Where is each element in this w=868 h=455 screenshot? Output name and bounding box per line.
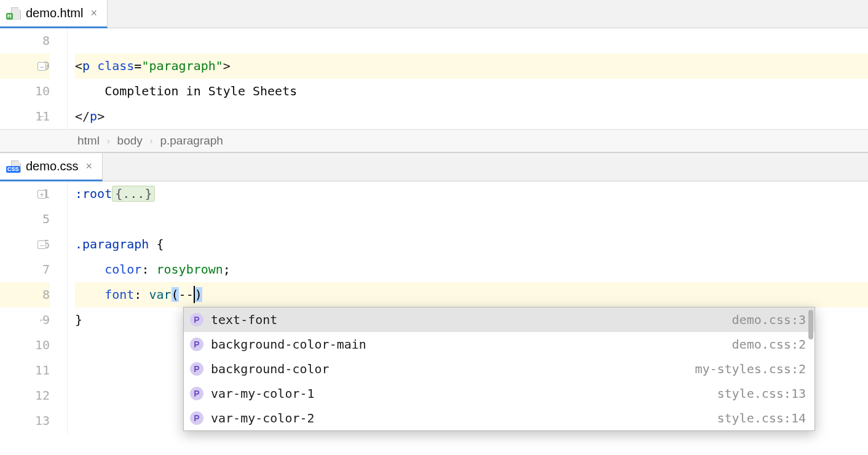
line-number[interactable]: 10 — [0, 333, 50, 358]
close-icon[interactable]: × — [88, 7, 100, 20]
tab-bar: CSS demo.css × — [0, 153, 868, 181]
code-line[interactable]: font: var(--) — [75, 282, 868, 307]
code-line[interactable]: .paragraph { — [75, 232, 868, 257]
breadcrumb-segment[interactable]: p.paragraph — [160, 129, 223, 152]
breadcrumb-segment[interactable]: body — [117, 129, 143, 152]
line-number[interactable]: 7 — [0, 257, 50, 282]
code-line[interactable]: color: rosybrown; — [75, 257, 868, 282]
line-number[interactable]: 13 — [0, 408, 50, 433]
line-number[interactable]: 5 — [0, 207, 50, 232]
code-line[interactable]: :root{...} — [75, 181, 868, 207]
editor-area[interactable]: 1+56−789⌐10111213 :root{...}.paragraph {… — [0, 181, 868, 433]
editor-area[interactable]: 89−1011⌐ <p class="paragraph"> Completio… — [0, 28, 868, 129]
completion-name: var-my-color-2 — [211, 411, 710, 425]
fold-end-icon: ⌐ — [37, 113, 46, 121]
property-icon: P — [190, 362, 203, 376]
completion-item[interactable]: Pvar-my-color-1style.css:13 — [184, 381, 815, 406]
line-number[interactable]: 9⌐ — [0, 307, 50, 333]
code-content[interactable]: <p class="paragraph"> Completion in Styl… — [68, 28, 868, 129]
line-number[interactable]: 6− — [0, 232, 50, 257]
gutter: 89−1011⌐ — [0, 28, 68, 129]
completion-name: background-color-main — [211, 337, 725, 352]
line-number[interactable]: 1+ — [0, 181, 50, 207]
fold-end-icon: ⌐ — [37, 316, 46, 325]
tab-demo-html[interactable]: H demo.html × — [0, 0, 108, 28]
code-line[interactable] — [75, 28, 868, 53]
property-icon: P — [190, 338, 203, 351]
gutter: 1+56−789⌐10111213 — [0, 181, 68, 433]
code-line[interactable]: Completion in Style Sheets — [75, 79, 868, 104]
tab-demo-css[interactable]: CSS demo.css × — [0, 153, 103, 181]
breadcrumb[interactable]: html›body›p.paragraph — [0, 129, 868, 152]
code-line[interactable]: </p> — [75, 104, 868, 129]
tab-filename: demo.css — [26, 159, 79, 173]
completion-item[interactable]: Pvar-my-color-2style.css:14 — [184, 406, 815, 430]
html-file-icon: H — [6, 7, 21, 20]
completion-item[interactable]: Pbackground-color-maindemo.css:2 — [184, 332, 815, 357]
bottom-editor-pane: CSS demo.css × 1+56−789⌐10111213 :root{.… — [0, 152, 868, 433]
completion-popup[interactable]: Ptext-fontdemo.css:3Pbackground-color-ma… — [183, 307, 815, 431]
completion-location: style.css:13 — [717, 386, 807, 401]
line-number[interactable]: 8 — [0, 282, 50, 307]
breadcrumb-segment[interactable]: html — [77, 129, 100, 152]
completion-location: my-styles.css:2 — [695, 362, 806, 376]
property-icon: P — [190, 387, 203, 400]
tab-filename: demo.html — [26, 6, 83, 20]
fold-collapse-icon[interactable]: − — [37, 240, 46, 249]
line-number[interactable]: 10 — [0, 79, 50, 104]
fold-collapse-icon[interactable]: − — [37, 62, 46, 71]
line-number[interactable]: 11⌐ — [0, 104, 50, 129]
css-file-icon: CSS — [6, 160, 21, 173]
close-icon[interactable]: × — [84, 160, 95, 173]
line-number[interactable]: 8 — [0, 28, 50, 53]
completion-location: demo.css:2 — [732, 337, 806, 352]
line-number[interactable]: 9− — [0, 53, 50, 79]
top-editor-pane: H demo.html × 89−1011⌐ <p class="paragra… — [0, 0, 868, 152]
code-line[interactable]: <p class="paragraph"> — [75, 53, 868, 79]
completion-name: text-font — [211, 312, 725, 327]
property-icon: P — [190, 411, 203, 425]
fold-expand-icon[interactable]: + — [37, 190, 46, 199]
completion-location: style.css:14 — [717, 411, 807, 425]
completion-name: var-my-color-1 — [211, 386, 710, 401]
property-icon: P — [190, 313, 203, 326]
line-number[interactable]: 11 — [0, 358, 50, 383]
completion-name: background-color — [211, 362, 687, 376]
completion-item[interactable]: Pbackground-colormy-styles.css:2 — [184, 357, 815, 381]
line-number[interactable]: 12 — [0, 383, 50, 408]
chevron-right-icon: › — [107, 129, 110, 152]
chevron-right-icon: › — [150, 129, 153, 152]
scrollbar-thumb[interactable] — [808, 310, 813, 339]
tab-bar: H demo.html × — [0, 0, 868, 28]
completion-item[interactable]: Ptext-fontdemo.css:3 — [184, 307, 815, 332]
completion-location: demo.css:3 — [732, 312, 806, 327]
code-line[interactable] — [75, 207, 868, 232]
